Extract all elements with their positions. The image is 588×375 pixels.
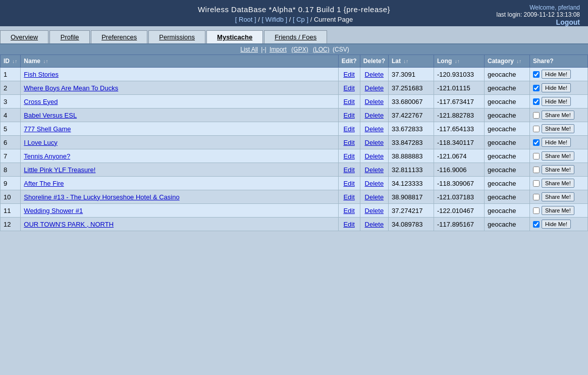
delete-link[interactable]: Delete — [365, 125, 384, 133]
sub-header: List All |-| Import (GPX) (LOC) (CSV) — [0, 44, 588, 55]
loc-link[interactable]: (LOC) — [313, 46, 330, 53]
edit-link[interactable]: Edit — [343, 221, 354, 228]
share-me-button[interactable]: Share Me! — [542, 206, 574, 215]
breadcrumb-cp[interactable]: [ Cp ] — [293, 16, 308, 23]
share-checkbox[interactable] — [533, 98, 540, 105]
cell-long: -117.673417 — [434, 95, 485, 109]
cell-edit: Edit — [338, 95, 360, 109]
separator1: |-| — [261, 46, 266, 53]
hide-me-button[interactable]: Hide Me! — [542, 70, 571, 79]
share-me-button[interactable]: Share Me! — [542, 192, 574, 201]
edit-link[interactable]: Edit — [343, 152, 354, 160]
edit-link[interactable]: Edit — [343, 166, 354, 174]
delete-link[interactable]: Delete — [365, 71, 384, 78]
share-checkbox[interactable] — [533, 153, 540, 159]
cell-edit: Edit — [338, 109, 360, 122]
delete-link[interactable]: Delete — [365, 112, 384, 119]
cell-name: Little Pink YLF Treasure! — [21, 163, 338, 177]
hide-me-button[interactable]: Hide Me! — [542, 138, 571, 147]
edit-link[interactable]: Edit — [343, 71, 354, 78]
breadcrumb-root[interactable]: [ Root ] — [235, 16, 256, 23]
share-checkbox[interactable] — [533, 167, 540, 173]
edit-link[interactable]: Edit — [343, 98, 354, 105]
delete-link[interactable]: Delete — [365, 193, 384, 201]
edit-link[interactable]: Edit — [343, 112, 354, 119]
share-me-button[interactable]: Share Me! — [542, 179, 574, 188]
table-row: 2Where Boys Are Mean To DucksEditDelete3… — [1, 81, 588, 95]
cell-delete: Delete — [360, 204, 388, 218]
share-me-button[interactable]: Share Me! — [542, 111, 574, 120]
cache-name-link[interactable]: Fish Stories — [24, 71, 59, 78]
sort-lat[interactable]: ↓↑ — [403, 59, 408, 64]
edit-link[interactable]: Edit — [343, 84, 354, 92]
cell-edit: Edit — [338, 68, 360, 81]
table-row: 4Babel Versus ESLEditDelete37.422767-121… — [1, 109, 588, 122]
sort-id[interactable]: ↓↑ — [12, 59, 17, 64]
share-me-button[interactable]: Share Me! — [542, 165, 574, 174]
delete-link[interactable]: Delete — [365, 139, 384, 146]
table-row: 8Little Pink YLF Treasure!EditDelete32.8… — [1, 163, 588, 177]
sort-name[interactable]: ↓↑ — [43, 59, 48, 64]
cell-lat: 37.422767 — [389, 109, 434, 122]
cache-name-link[interactable]: Tennis Anyone? — [24, 152, 70, 160]
gpx-link[interactable]: (GPX) — [291, 46, 308, 53]
logout-link[interactable]: Logout — [556, 18, 580, 26]
cell-share: Hide Me! — [530, 95, 588, 109]
cell-share: Hide Me! — [530, 81, 588, 95]
share-checkbox[interactable] — [533, 71, 540, 78]
hide-me-button[interactable]: Hide Me! — [542, 220, 571, 229]
list-all-link[interactable]: List All — [240, 46, 258, 53]
delete-link[interactable]: Delete — [365, 207, 384, 215]
cache-name-link[interactable]: OUR TOWN'S PARK , NORTH — [24, 221, 114, 228]
cache-name-link[interactable]: I Love Lucy — [24, 139, 58, 146]
table-row: 11Wedding Shower #1EditDelete37.274217-1… — [1, 204, 588, 218]
table-row: 1Fish StoriesEditDelete37.3091-120.93103… — [1, 68, 588, 81]
share-me-button[interactable]: Share Me! — [542, 124, 574, 133]
share-checkbox[interactable] — [533, 126, 540, 132]
cell-id: 10 — [1, 190, 21, 204]
tab-mysticache[interactable]: Mysticache — [206, 30, 263, 43]
delete-link[interactable]: Delete — [365, 180, 384, 187]
tab-preferences[interactable]: Preferences — [91, 30, 147, 43]
share-checkbox[interactable] — [533, 180, 540, 187]
cache-name-link[interactable]: Little Pink YLF Treasure! — [24, 166, 95, 174]
tab-friends-foes[interactable]: Friends / Foes — [264, 30, 327, 43]
share-me-button[interactable]: Share Me! — [542, 151, 574, 160]
breadcrumb-wifidb[interactable]: [ Wifidb ] — [262, 16, 288, 23]
tab-permissions[interactable]: Permissions — [148, 30, 205, 43]
cache-name-link[interactable]: Babel Versus ESL — [24, 112, 77, 119]
edit-link[interactable]: Edit — [343, 207, 354, 215]
share-checkbox[interactable] — [533, 85, 540, 91]
cell-category: geocache — [485, 218, 530, 231]
cell-id: 3 — [1, 95, 21, 109]
share-checkbox[interactable] — [533, 207, 540, 214]
edit-link[interactable]: Edit — [343, 193, 354, 201]
share-checkbox[interactable] — [533, 139, 540, 146]
cell-long: -117.895167 — [434, 218, 485, 231]
share-checkbox[interactable] — [533, 194, 540, 200]
cache-name-link[interactable]: 777 Shell Game — [24, 125, 71, 133]
cache-name-link[interactable]: After The Fire — [24, 180, 64, 187]
delete-link[interactable]: Delete — [365, 84, 384, 92]
delete-link[interactable]: Delete — [365, 98, 384, 105]
tab-overview[interactable]: Overview — [0, 30, 48, 43]
tab-profile[interactable]: Profile — [49, 30, 90, 43]
edit-link[interactable]: Edit — [343, 180, 354, 187]
cache-name-link[interactable]: Where Boys Are Mean To Ducks — [24, 84, 118, 92]
sort-long[interactable]: ↓↑ — [455, 59, 460, 64]
import-link[interactable]: Import — [270, 46, 287, 53]
hide-me-button[interactable]: Hide Me! — [542, 83, 571, 92]
delete-link[interactable]: Delete — [365, 166, 384, 174]
delete-link[interactable]: Delete — [365, 152, 384, 160]
delete-link[interactable]: Delete — [365, 221, 384, 228]
last-login: last login: 2009-11-12 13:13:08 — [497, 11, 580, 18]
share-checkbox[interactable] — [533, 112, 540, 119]
cache-name-link[interactable]: Shoreline #13 - The Lucky Horseshoe Hote… — [24, 193, 179, 201]
edit-link[interactable]: Edit — [343, 139, 354, 146]
cache-name-link[interactable]: Wedding Shower #1 — [24, 207, 83, 215]
cache-name-link[interactable]: Cross Eyed — [24, 98, 58, 105]
hide-me-button[interactable]: Hide Me! — [542, 97, 571, 106]
edit-link[interactable]: Edit — [343, 125, 354, 133]
sort-category[interactable]: ↓↑ — [516, 59, 521, 64]
share-checkbox[interactable] — [533, 221, 540, 228]
